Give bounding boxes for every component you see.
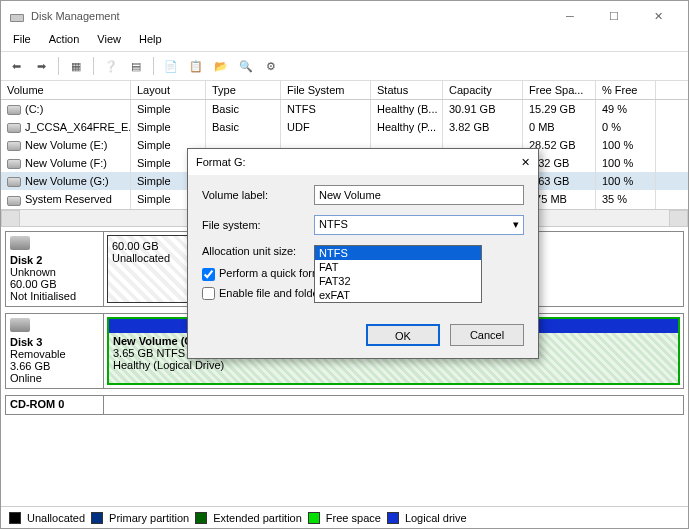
maximize-button[interactable]: ☐ [592, 1, 636, 31]
file-system-label: File system: [202, 219, 314, 231]
disk-header[interactable]: Disk 2 Unknown 60.00 GB Not Initialised [6, 232, 104, 306]
menu-file[interactable]: File [5, 31, 39, 51]
dropdown-option-fat[interactable]: FAT [315, 260, 481, 274]
col-type[interactable]: Type [206, 81, 281, 99]
toolbar: ⬅ ➡ ▦ ❔ ▤ 📄 📋 📂 🔍 ⚙ [1, 51, 688, 81]
back-icon[interactable]: ⬅ [5, 55, 27, 77]
col-status[interactable]: Status [371, 81, 443, 99]
action2-icon[interactable]: 📋 [185, 55, 207, 77]
disk-icon [10, 236, 30, 250]
close-button[interactable]: ✕ [636, 1, 680, 31]
file-system-dropdown: NTFS FAT FAT32 exFAT [314, 245, 482, 303]
grid-icon[interactable]: ▦ [65, 55, 87, 77]
action3-icon[interactable]: 📂 [210, 55, 232, 77]
format-dialog: Format G: ✕ Volume label: File system: N… [187, 148, 539, 359]
volume-label-input[interactable] [314, 185, 524, 205]
dropdown-option-fat32[interactable]: FAT32 [315, 274, 481, 288]
swatch-logical [387, 512, 399, 524]
swatch-free [308, 512, 320, 524]
disk-status: Online [10, 372, 42, 384]
svg-rect-1 [11, 15, 23, 21]
disk-size: 3.66 GB [10, 360, 50, 372]
disk-type: Unknown [10, 266, 56, 278]
file-system-select[interactable]: NTFS [314, 215, 524, 235]
disk-type: Removable [10, 348, 66, 360]
col-capacity[interactable]: Capacity [443, 81, 523, 99]
partition-detail: 3.65 GB NTFS [113, 347, 185, 359]
partition-status: Healthy (Logical Drive) [113, 359, 224, 371]
cancel-button[interactable]: Cancel [450, 324, 524, 346]
disk-header[interactable]: Disk 3 Removable 3.66 GB Online [6, 314, 104, 388]
disk-header[interactable]: CD-ROM 0 [6, 396, 104, 414]
help-icon[interactable]: ❔ [100, 55, 122, 77]
swatch-primary [91, 512, 103, 524]
titlebar: Disk Management ─ ☐ ✕ [1, 1, 688, 31]
disk-name: Disk 3 [10, 336, 42, 348]
col-pct[interactable]: % Free [596, 81, 656, 99]
col-volume[interactable]: Volume [1, 81, 131, 99]
window-title: Disk Management [31, 10, 120, 22]
swatch-extended [195, 512, 207, 524]
disk-name: Disk 2 [10, 254, 42, 266]
dialog-close-icon[interactable]: ✕ [521, 156, 530, 169]
grid-header: Volume Layout Type File System Status Ca… [1, 81, 688, 100]
col-free[interactable]: Free Spa... [523, 81, 596, 99]
disk-status: Not Initialised [10, 290, 76, 302]
table-row[interactable]: (C:)SimpleBasicNTFSHealthy (B...30.91 GB… [1, 100, 688, 118]
app-icon [9, 8, 25, 24]
dropdown-option-exfat[interactable]: exFAT [315, 288, 481, 302]
swatch-unallocated [9, 512, 21, 524]
legend: Unallocated Primary partition Extended p… [1, 506, 688, 528]
allocation-size-label: Allocation unit size: [202, 245, 314, 257]
disk-row: CD-ROM 0 [5, 395, 684, 415]
dropdown-option-ntfs[interactable]: NTFS [315, 246, 481, 260]
menu-help[interactable]: Help [131, 31, 170, 51]
menu-action[interactable]: Action [41, 31, 88, 51]
action5-icon[interactable]: ⚙ [260, 55, 282, 77]
dialog-titlebar: Format G: ✕ [188, 149, 538, 175]
menu-view[interactable]: View [89, 31, 129, 51]
volume-label-label: Volume label: [202, 189, 314, 201]
disk-size: 60.00 GB [10, 278, 56, 290]
forward-icon[interactable]: ➡ [30, 55, 52, 77]
action1-icon[interactable]: 📄 [160, 55, 182, 77]
disk-name: CD-ROM 0 [10, 398, 64, 410]
minimize-button[interactable]: ─ [548, 1, 592, 31]
ok-button[interactable]: OK [366, 324, 440, 346]
action4-icon[interactable]: 🔍 [235, 55, 257, 77]
menubar: File Action View Help [1, 31, 688, 51]
col-fs[interactable]: File System [281, 81, 371, 99]
dialog-title: Format G: [196, 156, 246, 168]
table-row[interactable]: J_CCSA_X64FRE_E...SimpleBasicUDFHealthy … [1, 118, 688, 136]
disk-icon [10, 318, 30, 332]
layout-icon[interactable]: ▤ [125, 55, 147, 77]
col-layout[interactable]: Layout [131, 81, 206, 99]
